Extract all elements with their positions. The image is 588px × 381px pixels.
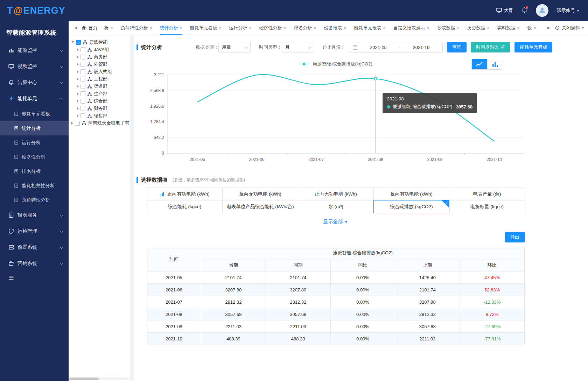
tab-2[interactable]: 统计分析× <box>160 21 182 35</box>
tree-item-0[interactable]: JAVA组 <box>69 46 130 53</box>
sidebar-item-energy-unit[interactable]: 能耗单元 <box>0 91 69 107</box>
caret-right-icon[interactable] <box>77 78 79 80</box>
tree-checkbox[interactable] <box>76 40 81 45</box>
data-item-9[interactable]: 电折标量 (kgce) <box>449 200 525 213</box>
data-item-0[interactable]: 正向有功电能 (kWh) <box>147 188 223 200</box>
time-type-select[interactable]: 月 <box>282 42 314 52</box>
tab-close-icon[interactable]: × <box>110 26 113 30</box>
data-item-6[interactable]: 电表单位产品综合能耗 (kWh/台) <box>222 200 298 213</box>
account-menu[interactable]: 演示账号 ▾ <box>557 7 579 14</box>
tab-close-icon[interactable]: × <box>284 26 286 30</box>
bar-chart-toggle[interactable] <box>487 59 503 69</box>
month-range-picker[interactable]: 2021-05 - 2021-10 <box>348 42 443 52</box>
tree-item-4[interactable]: 工程部 <box>69 75 130 83</box>
caret-down-icon[interactable] <box>71 41 74 43</box>
show-all-link[interactable]: 显示全部 ▼ <box>147 219 525 225</box>
tree-item-other[interactable]: 河南航天金穗电子有 <box>69 119 130 127</box>
data-item-4[interactable]: 电表产量 (台) <box>449 188 525 200</box>
tab-close-icon[interactable]: × <box>219 26 222 30</box>
tab-8[interactable]: 能耗单元报表× <box>354 21 386 35</box>
range-start-value[interactable]: 2021-05 <box>361 45 396 50</box>
range-end-value[interactable]: 2021-10 <box>404 45 438 50</box>
tree-checkbox[interactable] <box>80 69 85 74</box>
data-type-select[interactable]: 用量 <box>218 42 251 52</box>
sidebar-subitem-4[interactable]: 排名分析 <box>0 164 69 178</box>
close-operations-menu[interactable]: 关闭操作 ▾ <box>555 25 584 31</box>
tab-4[interactable]: 运行分析× <box>229 21 252 35</box>
sidebar-subitem-1[interactable]: 统计分析 <box>0 121 69 135</box>
caret-right-icon[interactable] <box>77 92 79 95</box>
tree-checkbox[interactable] <box>80 84 85 89</box>
avatar[interactable] <box>536 4 548 17</box>
tab-0[interactable]: 析× <box>104 21 113 35</box>
tab-10[interactable]: 抄表数据× <box>437 21 460 35</box>
sidebar-item-front[interactable]: 前置系统 <box>0 239 69 255</box>
tree-item-6[interactable]: 生产部 <box>69 90 130 97</box>
caret-right-icon[interactable] <box>77 48 79 51</box>
caret-right-icon[interactable] <box>77 100 79 103</box>
tab-close-icon[interactable]: × <box>517 26 520 30</box>
tree-checkbox[interactable] <box>75 121 80 126</box>
caret-right-icon[interactable] <box>77 114 79 117</box>
tree-checkbox[interactable] <box>80 99 85 104</box>
data-item-7[interactable]: 水 (m³) <box>298 200 374 213</box>
data-item-3[interactable]: 反向有功电能 (kWh) <box>373 188 449 200</box>
tree-checkbox[interactable] <box>80 113 85 118</box>
tab-7[interactable]: 设备报表× <box>324 21 346 35</box>
query-button[interactable]: 查询 <box>447 42 467 52</box>
sidebar-subitem-0[interactable]: 能耗单元看板 <box>0 107 69 121</box>
sidebar-subitem-2[interactable]: 运行分析 <box>0 135 69 150</box>
tree-root[interactable]: 康派智能 <box>69 38 130 46</box>
line-chart[interactable]: 0642.21,284.41,926.62,568.83,2112021-052… <box>147 70 525 170</box>
tab-6[interactable]: 排名分析× <box>294 21 316 35</box>
caret-right-icon[interactable] <box>77 63 79 66</box>
tab-close-icon[interactable]: × <box>534 26 536 30</box>
tab-close-icon[interactable]: × <box>314 26 316 30</box>
tab-close-icon[interactable]: × <box>180 26 182 30</box>
tab-9[interactable]: 自定义报表展示× <box>393 21 429 35</box>
tab-close-icon[interactable]: × <box>383 26 386 30</box>
tree-item-2[interactable]: 外贸部 <box>69 61 130 68</box>
sidebar-item-alarm-center[interactable]: 告警中心 <box>0 75 69 91</box>
export-button[interactable]: 导出 <box>505 232 525 242</box>
tree-item-9[interactable]: 销售部 <box>69 112 130 119</box>
tree-item-5[interactable]: 渠道部 <box>69 83 130 90</box>
sidebar-subitem-5[interactable]: 能耗相关性分析 <box>0 178 69 193</box>
tab-home[interactable]: 首页 <box>81 25 97 31</box>
tab-1[interactable]: 负荷特性分析× <box>120 21 152 35</box>
tab-5[interactable]: 经济性分析× <box>259 21 286 35</box>
data-item-5[interactable]: 综合能耗 (kgce) <box>147 200 223 213</box>
caret-right-icon[interactable] <box>71 122 73 125</box>
tree-horizontal-scrollbar[interactable] <box>69 378 129 380</box>
caret-right-icon[interactable] <box>77 70 79 73</box>
tree-item-3[interactable]: 嵌入式组 <box>69 68 130 75</box>
sidebar-item-ops[interactable]: 运检管理 <box>0 223 69 239</box>
tab-3[interactable]: 能耗单元看板× <box>190 21 222 35</box>
sidebar-collapse-button[interactable] <box>8 275 69 282</box>
caret-right-icon[interactable] <box>77 56 79 58</box>
tabs-scroll-right-icon[interactable]: ▶ <box>546 26 552 30</box>
tree-checkbox[interactable] <box>80 55 85 59</box>
sidebar-item-marketing[interactable]: 营销系统 <box>0 255 69 271</box>
tab-close-icon[interactable]: × <box>344 26 346 30</box>
tab-close-icon[interactable]: × <box>249 26 252 30</box>
sidebar-item-energy-monitor[interactable]: 能源监控 <box>0 42 69 58</box>
tab-close-icon[interactable]: × <box>427 26 429 30</box>
tree-checkbox[interactable] <box>80 106 85 111</box>
tree-checkbox[interactable] <box>80 91 85 96</box>
data-item-1[interactable]: 反向无功电能 (kWh) <box>222 188 298 200</box>
tabs-scroll-left-icon[interactable]: ◀ <box>73 26 78 30</box>
tab-11[interactable]: 历史数据× <box>467 21 490 35</box>
caret-right-icon[interactable] <box>77 107 79 110</box>
data-item-2[interactable]: 正向无功电能 (kWh) <box>298 188 374 200</box>
tree-item-1[interactable]: 商务部 <box>69 53 130 61</box>
tab-13[interactable]: 设× <box>527 21 536 35</box>
tree-checkbox[interactable] <box>80 62 85 67</box>
tab-close-icon[interactable]: × <box>149 26 152 30</box>
chart-legend[interactable]: 康派智能-综合碳排放(kgCO2) <box>147 58 525 70</box>
time-compare-button[interactable]: 时间点对比 <box>471 42 510 52</box>
big-screen-button[interactable]: 大屏 <box>496 7 513 14</box>
sidebar-subitem-3[interactable]: 经济性分析 <box>0 150 69 164</box>
tree-checkbox[interactable] <box>80 47 85 52</box>
energy-board-button[interactable]: 能耗单元看板 <box>514 42 552 52</box>
